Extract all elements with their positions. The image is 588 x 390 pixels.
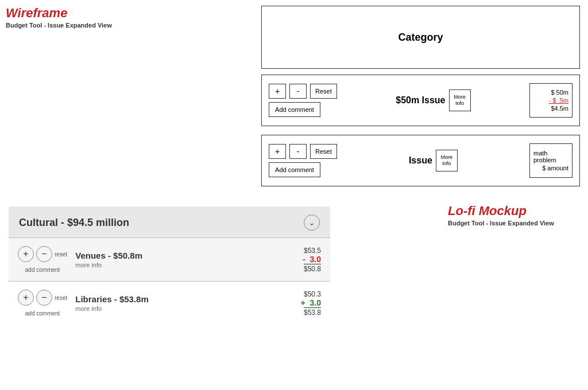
lofi-row-2-change: + 3.0 [301, 298, 321, 307]
lofi-row-2-total: $53.8 [304, 307, 321, 317]
lofi-row-1-plus-button[interactable]: + [18, 246, 34, 262]
issue-row-2-add-comment-button[interactable]: Add comment [269, 162, 320, 177]
issue-row-1-controls: + - Reset Add comment [269, 84, 337, 117]
lofi-row-2-plus-button[interactable]: + [18, 290, 34, 306]
issue-row-2-minus-button[interactable]: - [289, 144, 307, 159]
lofi-row-1-math: $53.5 - 3.0 $50.8 [287, 247, 321, 273]
lofi-title: Lo-fi Mockup [448, 204, 580, 219]
lofi-subtitle: Budget Tool - Issue Expanded View [448, 220, 580, 227]
lofi-row-1-change: - 3.0 [303, 255, 321, 264]
issue-row-2-math-box: math problem $ amount [529, 143, 572, 178]
issue-row-2-name: Issue [409, 155, 432, 166]
lofi-row-1-more-info-link[interactable]: more info [75, 262, 278, 268]
issue-row-2-math-label: math problem [533, 150, 568, 163]
issue-row-1-math-line2: - $ .5m [549, 97, 568, 104]
issue-row-1-math-line3: $4.5m [551, 105, 568, 112]
category-label: Category [398, 32, 443, 44]
lofi-header: Lo-fi Mockup Budget Tool - Issue Expande… [448, 204, 580, 227]
lofi-row-2-controls: + − reset add comment [18, 290, 67, 317]
lofi-row-1-minus-button[interactable]: − [36, 246, 52, 262]
issue-row-2-top: + - Reset [269, 144, 337, 159]
lofi-row-1-add-comment-label: add comment [25, 267, 60, 273]
lofi-row-1-base: $53.5 [304, 247, 321, 255]
lofi-card-header: Cultural - $94.5 million ⌄ [9, 206, 330, 237]
lofi-row-1-name: Venues - $50.8m [75, 251, 278, 260]
lofi-row-2-math: $50.3 + 3.0 $53.8 [287, 290, 321, 317]
issue-row-1-more-info-button[interactable]: More Info [449, 89, 471, 111]
issue-row-2-reset-button[interactable]: Reset [310, 144, 337, 159]
issue-row-1-name-area: $50m Issue More Info [342, 89, 525, 111]
lofi-row-1-controls: + − reset add comment [18, 246, 67, 273]
wireframe-subtitle: Budget Tool - Issue Expanded View [6, 22, 253, 29]
lofi-row-1-info: Venues - $50.8m more info [75, 251, 278, 268]
category-box: Category [261, 6, 580, 69]
issue-row-1-name: $50m Issue [396, 95, 445, 106]
lofi-row-2-info: Libraries - $53.8m more info [75, 294, 278, 312]
issue-row-1-math-box: $ 50m - $ .5m $4.5m [529, 83, 572, 118]
issue-row-2-math-amount: $ amount [542, 165, 568, 171]
lofi-row-2-controls-top: + − reset [18, 290, 67, 306]
lofi-row-2-minus-button[interactable]: − [36, 290, 52, 306]
issue-row-2-more-info-button[interactable]: More Info [436, 150, 458, 171]
chevron-down-icon: ⌄ [308, 218, 315, 227]
lofi-card-title: Cultural - $94.5 million [19, 217, 129, 229]
lofi-row-2-reset-label: reset [55, 295, 67, 301]
issue-row-1-top: + - Reset [269, 84, 337, 99]
lofi-card: Cultural - $94.5 million ⌄ + − reset add… [9, 206, 330, 325]
issue-row-1-add-comment-button[interactable]: Add comment [269, 102, 320, 117]
lofi-issue-row-1: + − reset add comment Venues - $50.8m mo… [9, 238, 330, 281]
issue-row-2-controls: + - Reset Add comment [269, 144, 337, 177]
issue-row-2-plus-button[interactable]: + [269, 144, 286, 159]
issue-row-1-plus-button[interactable]: + [269, 84, 286, 99]
lofi-row-2-base: $50.3 [304, 290, 321, 298]
lofi-row-2-more-info-link[interactable]: more info [75, 305, 278, 312]
issue-row-1-math-line1: $ 50m [551, 89, 568, 96]
lofi-row-1-controls-top: + − reset [18, 246, 67, 262]
lofi-issue-row-2: + − reset add comment Libraries - $53.8m… [9, 282, 330, 325]
lofi-row-1-total: $50.8 [304, 264, 321, 273]
wireframe-issue-row-1: + - Reset Add comment $50m Issue More In… [261, 75, 580, 126]
lofi-row-2-add-comment-label: add comment [25, 310, 60, 317]
lofi-row-2-name: Libraries - $53.8m [75, 294, 278, 304]
issue-row-2-name-area: Issue More Info [342, 150, 525, 171]
issue-row-1-minus-button[interactable]: - [289, 84, 307, 99]
wireframe-issue-row-2: + - Reset Add comment Issue More Info ma… [261, 135, 580, 186]
issue-row-1-reset-button[interactable]: Reset [310, 84, 337, 99]
wireframe-header: Wireframe Budget Tool - Issue Expanded V… [6, 6, 253, 29]
wireframe-title: Wireframe [6, 6, 253, 21]
lofi-row-1-reset-label: reset [55, 251, 67, 258]
lofi-chevron-button[interactable]: ⌄ [304, 214, 320, 231]
